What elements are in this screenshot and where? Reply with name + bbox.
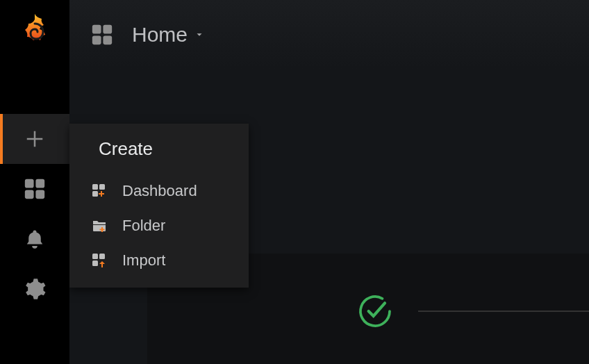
sidebar-item-create[interactable]: [0, 114, 69, 164]
svg-rect-15: [92, 254, 98, 259]
grid-upload-icon: [90, 252, 108, 269]
create-folder-label: Folder: [122, 217, 165, 235]
sidebar-item-dashboards[interactable]: [0, 164, 69, 214]
folder-plus-icon: [90, 217, 108, 234]
plus-icon: [24, 129, 45, 149]
bell-icon: [24, 229, 45, 249]
chevron-down-icon: [194, 30, 204, 40]
svg-rect-4: [92, 25, 101, 34]
breadcrumb-home[interactable]: Home: [132, 23, 204, 47]
svg-rect-10: [92, 191, 98, 197]
create-dashboard-item[interactable]: Dashboard: [69, 174, 249, 208]
svg-rect-8: [92, 184, 98, 190]
svg-rect-3: [35, 190, 44, 199]
grafana-logo-icon[interactable]: [18, 13, 51, 51]
svg-rect-16: [99, 254, 105, 259]
create-import-item[interactable]: Import: [69, 243, 249, 278]
svg-rect-6: [92, 35, 101, 44]
dashboards-breadcrumb-icon[interactable]: [90, 23, 114, 47]
sidebar-item-alerting[interactable]: [0, 214, 69, 264]
svg-rect-9: [99, 184, 105, 190]
gear-icon: [24, 278, 46, 300]
svg-rect-2: [25, 190, 34, 199]
grid-icon: [23, 177, 47, 201]
svg-rect-17: [92, 260, 98, 266]
create-dashboard-label: Dashboard: [122, 182, 197, 200]
svg-rect-1: [35, 179, 44, 188]
svg-rect-0: [25, 179, 34, 188]
create-submenu: Create Dashboard: [69, 124, 249, 288]
svg-rect-7: [103, 35, 112, 44]
create-folder-item[interactable]: Folder: [69, 208, 249, 243]
sidebar: [0, 0, 69, 364]
svg-rect-12: [99, 193, 104, 195]
success-check-icon: [356, 292, 395, 331]
topbar: Home: [69, 0, 589, 69]
sidebar-item-config[interactable]: [0, 264, 69, 314]
grid-plus-icon: [90, 183, 108, 199]
create-submenu-title: Create: [69, 124, 249, 174]
svg-rect-5: [103, 25, 112, 34]
svg-rect-14: [100, 229, 105, 231]
panel-divider: [418, 311, 589, 312]
create-import-label: Import: [122, 251, 165, 270]
breadcrumb-home-label: Home: [132, 23, 188, 47]
